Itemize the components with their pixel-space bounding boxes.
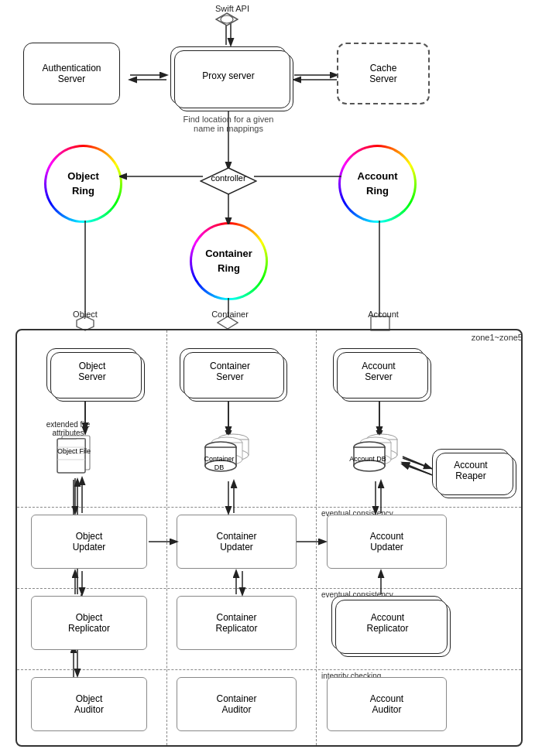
container-db: Container DB [200, 433, 262, 486]
object-ring-label: Object Ring [67, 169, 98, 197]
object-file-icon: Object File [53, 432, 95, 477]
proxy-server-box: Proxy server [170, 46, 286, 104]
object-server-label: Object Server [78, 361, 105, 382]
account-db: Account DB [348, 433, 410, 486]
proxy-server-label: Proxy server [202, 70, 254, 81]
account-auditor-label: Account Auditor [370, 693, 403, 715]
controller-diamond: controller [200, 167, 257, 195]
account-auditor-box: Account Auditor [327, 677, 447, 731]
cache-server-label: Cache Server [369, 63, 396, 84]
swift-api-icon [215, 12, 238, 26]
object-updater-box: Object Updater [31, 515, 147, 569]
container-ring-circle: Container Ring [192, 224, 266, 298]
object-auditor-box: Object Auditor [31, 677, 147, 731]
h-divider-3 [17, 669, 521, 670]
account-updater-label: Account Updater [370, 531, 403, 552]
object-label: Object [58, 310, 112, 319]
account-ring-circle: Account Ring [341, 147, 414, 221]
cache-server-box: Cache Server [337, 43, 430, 104]
object-auditor-label: Object Auditor [74, 693, 104, 715]
find-location-label: Find location for a given name in mappin… [159, 115, 298, 133]
object-replicator-label: Object Replicator [68, 612, 110, 634]
account-reaper-box: Account Reaper [432, 449, 509, 491]
account-db-label: Account DB [348, 455, 387, 464]
v-divider-1 [166, 330, 167, 745]
container-replicator-label: Container Replicator [215, 612, 257, 634]
container-updater-label: Container Updater [216, 531, 256, 552]
object-server-box: Object Server [46, 348, 138, 395]
account-ring-label: Account Ring [358, 169, 398, 197]
account-replicator-box: Account Replicator [331, 596, 444, 650]
h-divider-2 [17, 588, 521, 589]
container-server-label: Container Server [210, 361, 250, 382]
account-replicator-label: Account Replicator [366, 612, 408, 634]
object-ring-circle: Object Ring [46, 147, 120, 221]
v-divider-2 [316, 330, 317, 745]
object-file-label: Object File [53, 447, 95, 455]
container-ring-label: Container Ring [205, 247, 252, 275]
controller-label: controller [200, 173, 257, 183]
account-server-box: Account Server [333, 348, 424, 395]
container-auditor-box: Container Auditor [177, 677, 297, 731]
container-auditor-label: Container Auditor [216, 693, 256, 715]
account-reaper-label: Account Reaper [454, 460, 487, 481]
account-updater-box: Account Updater [327, 515, 447, 569]
container-label: Container [199, 310, 261, 319]
account-label: Account [352, 310, 414, 319]
object-updater-label: Object Updater [73, 531, 106, 552]
container-db-label: Container DB [200, 455, 238, 472]
auth-server-box: Authentication Server [23, 43, 120, 104]
object-replicator-box: Object Replicator [31, 596, 147, 650]
h-divider-1 [17, 507, 521, 508]
diagram: Swift API Proxy server Authentication Se… [0, 0, 542, 756]
svg-point-24 [221, 15, 233, 23]
account-server-label: Account Server [362, 361, 395, 382]
container-updater-box: Container Updater [177, 515, 297, 569]
container-replicator-box: Container Replicator [177, 596, 297, 650]
container-server-box: Container Server [180, 348, 280, 395]
auth-server-label: Authentication Server [42, 63, 101, 84]
zone-label: zone1~zone5 [472, 333, 523, 342]
